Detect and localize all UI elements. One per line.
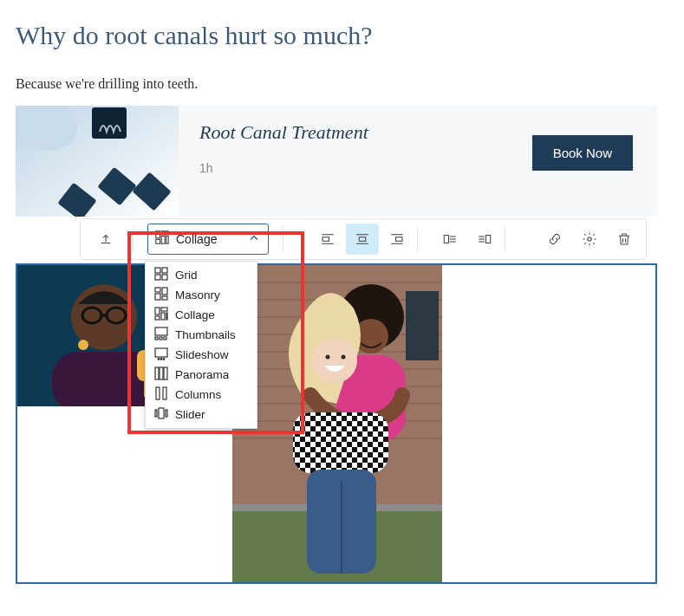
align-group	[311, 224, 414, 255]
svg-rect-11	[162, 268, 167, 273]
align-center-button[interactable]	[346, 224, 379, 255]
masonry-icon	[154, 287, 168, 303]
svg-rect-36	[155, 410, 157, 417]
svg-rect-45	[396, 237, 403, 242]
layout-option-label: Slideshow	[175, 348, 229, 361]
svg-rect-35	[163, 387, 166, 399]
trash-icon	[616, 231, 632, 247]
svg-rect-14	[155, 288, 160, 292]
svg-rect-13	[162, 275, 167, 280]
page-wrap: Why do root canals hurt so much? Because…	[16, 21, 668, 584]
svg-rect-7	[161, 236, 165, 243]
layout-select-label: Collage	[176, 232, 247, 246]
gallery-image-2[interactable]	[232, 265, 442, 582]
layout-option-slider[interactable]: Slider	[146, 405, 257, 425]
align-right-button[interactable]	[381, 224, 414, 255]
align-left-button[interactable]	[311, 224, 344, 255]
svg-rect-24	[155, 337, 158, 340]
collage-icon	[154, 307, 168, 323]
wrap-right-button[interactable]	[468, 224, 501, 255]
svg-rect-38	[166, 410, 167, 417]
service-card: Root Canal Treatment 1h Book Now	[16, 106, 657, 217]
layout-dropdown: Grid Masonry Collage Thumbnails Slidesho	[145, 261, 257, 429]
svg-rect-22	[166, 313, 167, 320]
layout-option-label: Masonry	[175, 289, 220, 302]
svg-point-84	[326, 355, 330, 360]
layout-option-panorama[interactable]: Panorama	[146, 365, 257, 385]
svg-rect-19	[161, 308, 167, 311]
svg-rect-6	[161, 231, 168, 235]
layout-option-label: Slider	[175, 408, 205, 421]
collage-icon	[155, 230, 169, 248]
svg-rect-31	[155, 367, 159, 379]
svg-point-56	[588, 237, 592, 242]
svg-rect-77	[406, 291, 439, 360]
xray-image	[16, 106, 179, 217]
svg-rect-27	[155, 348, 167, 357]
layout-option-thumbnails[interactable]: Thumbnails	[146, 325, 257, 345]
svg-point-28	[158, 359, 160, 360]
svg-rect-5	[156, 231, 160, 238]
chevron-up-icon	[247, 230, 261, 248]
svg-rect-8	[156, 239, 160, 243]
page-subtext: Because we're drilling into teeth.	[16, 76, 668, 92]
gallery-block[interactable]	[16, 263, 657, 584]
wrap-left-icon	[442, 231, 458, 247]
svg-rect-18	[155, 308, 160, 314]
layout-option-masonry[interactable]: Masonry	[146, 285, 257, 305]
layout-option-columns[interactable]: Columns	[146, 385, 257, 405]
svg-rect-1	[92, 107, 127, 139]
align-right-icon	[389, 231, 405, 247]
svg-rect-10	[155, 268, 160, 273]
layout-select[interactable]: Collage Grid Masonry Collage	[147, 224, 269, 255]
settings-button[interactable]	[573, 224, 606, 255]
book-now-button[interactable]: Book Now	[532, 135, 633, 171]
layout-option-label: Thumbnails	[175, 328, 236, 341]
service-thumb	[16, 106, 179, 217]
gallery-toolbar: Collage Grid Masonry Collage	[80, 218, 647, 260]
wrap-left-button[interactable]	[433, 224, 466, 255]
align-left-icon	[320, 231, 335, 247]
svg-rect-52	[486, 236, 491, 243]
link-button[interactable]	[538, 224, 571, 255]
svg-point-83	[312, 338, 357, 383]
svg-rect-17	[162, 296, 167, 300]
page-title: Why do root canals hurt so much?	[16, 21, 668, 50]
panorama-icon	[154, 366, 168, 383]
toolbar-right-group	[538, 224, 641, 255]
svg-rect-16	[155, 294, 160, 300]
wrap-right-icon	[477, 231, 492, 247]
svg-rect-39	[322, 237, 329, 242]
svg-point-30	[163, 359, 165, 360]
layout-option-collage[interactable]: Collage	[146, 305, 257, 325]
svg-rect-23	[155, 327, 167, 335]
svg-rect-37	[159, 408, 164, 418]
layout-option-label: Columns	[175, 388, 221, 401]
svg-rect-21	[155, 316, 160, 320]
svg-point-29	[160, 359, 162, 360]
svg-point-85	[342, 355, 346, 360]
svg-point-62	[78, 340, 88, 350]
thumbnails-icon	[154, 327, 168, 343]
align-center-icon	[355, 231, 370, 247]
slideshow-icon	[154, 347, 168, 363]
upload-button[interactable]	[82, 219, 129, 259]
gear-icon	[582, 231, 597, 247]
svg-rect-34	[156, 387, 160, 399]
svg-rect-32	[160, 367, 163, 379]
link-icon	[547, 231, 563, 247]
toolbar-separator	[133, 226, 134, 252]
layout-option-label: Panorama	[175, 368, 229, 381]
svg-rect-15	[162, 288, 167, 295]
delete-button[interactable]	[608, 224, 641, 255]
columns-icon	[154, 386, 168, 403]
svg-rect-26	[164, 337, 166, 340]
layout-option-grid[interactable]: Grid	[146, 265, 257, 285]
layout-option-label: Collage	[175, 308, 215, 321]
grid-icon	[154, 267, 168, 283]
svg-rect-25	[160, 337, 162, 340]
toolbar-separator	[505, 226, 505, 252]
layout-option-slideshow[interactable]: Slideshow	[146, 345, 257, 365]
svg-rect-89	[293, 412, 388, 473]
svg-rect-42	[359, 237, 366, 242]
